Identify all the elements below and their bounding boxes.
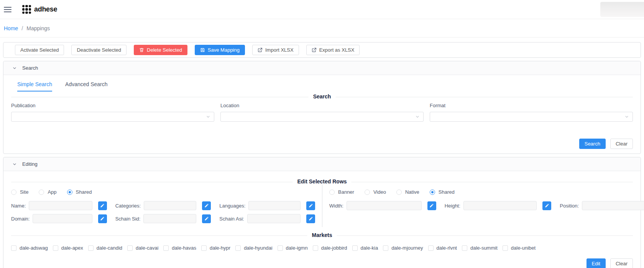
- location-select[interactable]: [220, 112, 424, 122]
- market-checkbox-dale-havas[interactable]: dale-havas: [163, 245, 196, 251]
- radio-native[interactable]: Native: [396, 189, 419, 195]
- radio-shared-format[interactable]: Shared: [430, 189, 455, 195]
- languages-edit-button[interactable]: [306, 201, 315, 210]
- market-checkbox-dale-rlvnt[interactable]: dale-rlvnt: [428, 245, 457, 251]
- market-checkbox-dale-apex[interactable]: dale-apex: [53, 245, 83, 251]
- width-label: Width:: [329, 203, 343, 209]
- radio-banner[interactable]: Banner: [329, 189, 354, 195]
- market-checkbox-dale-unibet[interactable]: dale-unibet: [503, 245, 536, 251]
- pencil-icon: [309, 216, 313, 221]
- search-clear-label: Clear: [616, 141, 628, 147]
- market-checkbox-dale-hypr[interactable]: dale-hypr: [201, 245, 230, 251]
- market-label: dale-hyundai: [244, 245, 272, 251]
- languages-input[interactable]: [248, 201, 301, 210]
- search-panel-header[interactable]: Search: [3, 61, 641, 75]
- search-clear-button[interactable]: Clear: [610, 139, 633, 149]
- languages-label: Languages:: [219, 203, 245, 209]
- edit-clear-button[interactable]: Clear: [610, 258, 633, 268]
- pencil-icon: [309, 203, 313, 208]
- tab-advanced-search[interactable]: Advanced Search: [65, 81, 108, 92]
- brand-logo[interactable]: adhese: [22, 5, 57, 14]
- import-xlsx-button[interactable]: Import XLSX: [252, 45, 299, 55]
- schain-asi-edit-button[interactable]: [306, 214, 315, 223]
- export-xlsx-button[interactable]: Export as XLSX: [306, 45, 360, 55]
- deactivate-selected-label: Deactivate Selected: [77, 47, 121, 53]
- delete-selected-button[interactable]: Delete Selected: [134, 45, 187, 55]
- radio-circle-icon: [365, 190, 370, 195]
- categories-edit-button[interactable]: [202, 201, 211, 210]
- name-edit-button[interactable]: [98, 201, 107, 210]
- market-checkbox-dale-hyundai[interactable]: dale-hyundai: [235, 245, 272, 251]
- save-mapping-button[interactable]: Save Mapping: [195, 45, 245, 55]
- market-checkbox-dale-mjourney[interactable]: dale-mjourney: [383, 245, 423, 251]
- format-select[interactable]: [430, 112, 633, 122]
- radio-video-label: Video: [373, 189, 386, 195]
- pencil-icon: [100, 203, 105, 208]
- publication-select[interactable]: [11, 112, 214, 122]
- location-label: Location: [220, 103, 424, 108]
- delete-selected-label: Delete Selected: [147, 47, 182, 53]
- schain-asi-input[interactable]: [247, 214, 301, 223]
- radio-video[interactable]: Video: [365, 189, 386, 195]
- domain-label: Domain:: [11, 216, 30, 222]
- schain-sid-input[interactable]: [143, 214, 196, 223]
- market-label: dale-candid: [97, 245, 122, 251]
- import-xlsx-label: Import XLSX: [265, 47, 294, 53]
- edit-clear-label: Clear: [616, 261, 628, 266]
- breadcrumb-separator: /: [21, 25, 23, 31]
- checkbox-icon: [278, 245, 283, 251]
- market-label: dale-summit: [470, 245, 498, 251]
- search-tabs: Simple Search Advanced Search: [11, 75, 633, 92]
- checkbox-icon: [383, 245, 388, 251]
- hamburger-menu-icon[interactable]: [4, 7, 12, 12]
- search-button[interactable]: Search: [579, 139, 606, 149]
- radio-app[interactable]: App: [39, 189, 56, 195]
- name-input[interactable]: [29, 201, 92, 210]
- market-label: dale-havas: [172, 245, 196, 251]
- position-input[interactable]: [582, 201, 644, 210]
- market-checkbox-dale-igmn[interactable]: dale-igmn: [278, 245, 308, 251]
- format-radio-group: Banner Video Native Shared: [329, 187, 644, 201]
- schain-asi-label: Schain Asi:: [219, 216, 244, 222]
- market-checkbox-dale-cavai[interactable]: dale-cavai: [127, 245, 158, 251]
- radio-selected-icon: [430, 190, 435, 195]
- edit-left-column: Site App Shared Name: Categories:: [11, 184, 322, 227]
- pencil-icon: [429, 203, 434, 208]
- breadcrumb-home-link[interactable]: Home: [4, 25, 18, 31]
- market-checkbox-dale-jobbird[interactable]: dale-jobbird: [313, 245, 347, 251]
- categories-input[interactable]: [144, 201, 196, 210]
- domain-edit-button[interactable]: [98, 214, 107, 223]
- import-icon: [258, 47, 263, 52]
- checkbox-icon: [235, 245, 241, 251]
- edit-selected-rows-fieldset: Edit Selected Rows Site App Shared Name:: [11, 182, 633, 268]
- height-edit-button[interactable]: [542, 201, 551, 210]
- deactivate-selected-button[interactable]: Deactivate Selected: [71, 45, 127, 55]
- radio-circle-icon: [39, 190, 44, 195]
- market-checkbox-dale-kia[interactable]: dale-kia: [352, 245, 378, 251]
- mapping-toolbar: Activate Selected Deactivate Selected De…: [3, 42, 641, 58]
- search-fieldset: Search Publication Location: [11, 97, 633, 149]
- domain-input[interactable]: [33, 214, 92, 223]
- radio-shared-type[interactable]: Shared: [67, 189, 92, 195]
- checkbox-icon: [201, 245, 207, 251]
- width-input[interactable]: [347, 201, 422, 210]
- tab-simple-search[interactable]: Simple Search: [17, 81, 52, 92]
- radio-site[interactable]: Site: [11, 189, 28, 195]
- edit-button[interactable]: Edit: [586, 258, 606, 268]
- height-input[interactable]: [463, 201, 537, 210]
- edit-fieldset-legend: Edit Selected Rows: [292, 178, 351, 185]
- checkbox-icon: [163, 245, 169, 251]
- editing-panel-title: Editing: [22, 161, 38, 167]
- schain-sid-edit-button[interactable]: [202, 214, 211, 223]
- chevron-down-icon: [624, 114, 629, 119]
- chevron-down-icon: [12, 66, 17, 70]
- editing-panel-header[interactable]: Editing: [3, 157, 641, 171]
- width-edit-button[interactable]: [427, 201, 436, 210]
- market-checkbox-dale-summit[interactable]: dale-summit: [462, 245, 498, 251]
- breadcrumb-current: Mappings: [26, 25, 50, 31]
- activate-selected-button[interactable]: Activate Selected: [15, 45, 64, 55]
- market-checkbox-dale-candid[interactable]: dale-candid: [88, 245, 122, 251]
- market-label: dale-igmn: [286, 245, 308, 251]
- market-checkbox-dale-adswag[interactable]: dale-adswag: [11, 245, 48, 251]
- radio-shared-type-label: Shared: [76, 189, 92, 195]
